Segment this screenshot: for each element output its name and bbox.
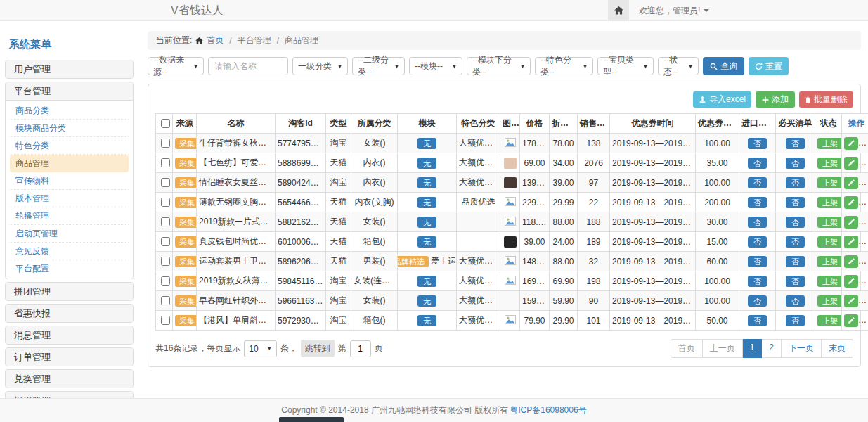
name-input[interactable] bbox=[208, 57, 288, 75]
status-button[interactable]: 上架 bbox=[817, 256, 842, 267]
select-item-type[interactable]: --宝贝类型--▼ bbox=[597, 57, 654, 75]
user-menu[interactable]: 欢迎您，管理员! bbox=[639, 5, 709, 17]
row-checkbox[interactable] bbox=[161, 217, 170, 226]
must-buy-badge[interactable]: 否 bbox=[786, 256, 805, 267]
icp-link[interactable]: 粤ICP备16098006号 bbox=[510, 404, 586, 416]
row-checkbox[interactable] bbox=[161, 276, 170, 286]
status-button[interactable]: 上架 bbox=[817, 177, 842, 188]
sidebar-item[interactable]: 商品管理 bbox=[10, 155, 129, 172]
sidebar-item[interactable]: 商品分类 bbox=[10, 102, 129, 120]
must-buy-badge[interactable]: 否 bbox=[786, 276, 805, 287]
select-feature-category[interactable]: --特色分类--▼ bbox=[535, 57, 593, 75]
module-badge[interactable]: 无 bbox=[417, 177, 436, 188]
status-button[interactable]: 上架 bbox=[817, 138, 842, 149]
page-button[interactable]: 下一页 bbox=[782, 339, 822, 358]
sidebar-group-header[interactable]: 消息管理 bbox=[6, 326, 133, 344]
sidebar-item[interactable]: 模块商品分类 bbox=[10, 120, 129, 137]
import-select-badge[interactable]: 否 bbox=[748, 315, 767, 326]
add-button[interactable]: 添加 bbox=[756, 91, 795, 108]
must-buy-badge[interactable]: 否 bbox=[786, 177, 805, 188]
must-buy-badge[interactable]: 否 bbox=[786, 138, 805, 149]
select-level2-category[interactable]: --二级分类--▼ bbox=[352, 57, 405, 75]
select-status[interactable]: --状态--▼ bbox=[658, 57, 699, 75]
row-checkbox[interactable] bbox=[161, 296, 170, 305]
select-module[interactable]: --模块--▼ bbox=[409, 57, 462, 75]
must-buy-badge[interactable]: 否 bbox=[786, 295, 805, 307]
row-checkbox[interactable] bbox=[161, 237, 170, 246]
must-buy-badge[interactable]: 否 bbox=[786, 217, 805, 228]
sidebar-group-header[interactable]: 平台管理 bbox=[6, 82, 133, 100]
module-badge[interactable]: 无 bbox=[417, 158, 436, 169]
edit-button[interactable] bbox=[844, 295, 858, 307]
row-checkbox[interactable] bbox=[161, 316, 170, 325]
per-page-select[interactable]: 10 ▼ bbox=[244, 340, 276, 357]
module-badge[interactable]: 无 bbox=[417, 295, 436, 307]
sidebar-item[interactable]: 平台配置 bbox=[10, 260, 129, 277]
sidebar-group-header[interactable]: 订单管理 bbox=[6, 348, 133, 366]
import-select-badge[interactable]: 否 bbox=[748, 197, 767, 208]
import-select-badge[interactable]: 否 bbox=[748, 236, 767, 248]
edit-button[interactable] bbox=[844, 157, 858, 170]
sidebar-group-header[interactable]: 用户管理 bbox=[6, 60, 133, 78]
import-select-badge[interactable]: 否 bbox=[748, 295, 767, 307]
must-buy-badge[interactable]: 否 bbox=[786, 236, 805, 248]
sidebar-item[interactable]: 版本管理 bbox=[10, 190, 129, 207]
select-level1-category[interactable]: 一级分类▼ bbox=[292, 57, 348, 75]
sidebar-item[interactable]: 轮播管理 bbox=[10, 207, 129, 225]
module-badge[interactable]: 无 bbox=[417, 217, 436, 228]
must-buy-badge[interactable]: 否 bbox=[786, 197, 805, 208]
module-badge[interactable]: 无 bbox=[417, 138, 436, 149]
module-badge[interactable]: 无 bbox=[417, 315, 436, 326]
sidebar-item[interactable]: 启动页管理 bbox=[10, 225, 129, 243]
edit-button[interactable] bbox=[844, 236, 858, 248]
row-checkbox[interactable] bbox=[161, 257, 170, 266]
status-button[interactable]: 上架 bbox=[817, 236, 842, 248]
status-button[interactable]: 上架 bbox=[817, 315, 842, 326]
module-badge[interactable]: 无 bbox=[417, 236, 436, 248]
import-select-badge[interactable]: 否 bbox=[748, 158, 767, 169]
import-select-badge[interactable]: 否 bbox=[748, 177, 767, 188]
edit-button[interactable] bbox=[844, 196, 858, 209]
status-button[interactable]: 上架 bbox=[817, 276, 842, 287]
import-select-badge[interactable]: 否 bbox=[748, 256, 767, 267]
row-checkbox[interactable] bbox=[161, 139, 170, 148]
edit-button[interactable] bbox=[844, 137, 858, 150]
edit-button[interactable] bbox=[844, 216, 858, 229]
jump-button[interactable]: 跳转到 bbox=[301, 340, 335, 357]
batch-delete-button[interactable]: 批量删除 bbox=[799, 91, 853, 108]
sidebar-item[interactable]: 特色分类 bbox=[10, 137, 129, 155]
breadcrumb-home-link[interactable]: 首页 bbox=[207, 34, 224, 46]
edit-button[interactable] bbox=[844, 275, 858, 288]
page-button[interactable]: 1 bbox=[743, 339, 763, 358]
import-excel-button[interactable]: 导入excel bbox=[693, 91, 751, 108]
row-checkbox[interactable] bbox=[161, 158, 170, 167]
sidebar-group-header[interactable]: 兑换管理 bbox=[6, 370, 133, 388]
must-buy-badge[interactable]: 否 bbox=[786, 315, 805, 326]
sidebar-item[interactable]: 宣传物料 bbox=[10, 172, 129, 190]
status-button[interactable]: 上架 bbox=[817, 158, 842, 169]
status-button[interactable]: 上架 bbox=[817, 197, 842, 208]
import-select-badge[interactable]: 否 bbox=[748, 138, 767, 149]
edit-button[interactable] bbox=[844, 177, 858, 189]
edit-button[interactable] bbox=[844, 314, 858, 327]
reset-button[interactable]: 重置 bbox=[749, 57, 789, 75]
page-number-input[interactable] bbox=[350, 340, 371, 357]
edit-button[interactable] bbox=[844, 255, 858, 268]
select-data-source[interactable]: --数据来源--▼ bbox=[148, 57, 204, 75]
page-button[interactable]: 末页 bbox=[822, 339, 853, 358]
row-checkbox[interactable] bbox=[161, 178, 170, 187]
must-buy-badge[interactable]: 否 bbox=[786, 158, 805, 169]
select-module-subcategory[interactable]: --模块下分类--▼ bbox=[467, 57, 531, 75]
search-button[interactable]: 查询 bbox=[703, 57, 744, 75]
sidebar-item[interactable]: 意见反馈 bbox=[10, 243, 129, 260]
import-select-badge[interactable]: 否 bbox=[748, 217, 767, 228]
sidebar-group-header[interactable]: 省惠快报 bbox=[6, 305, 133, 322]
status-button[interactable]: 上架 bbox=[817, 295, 842, 307]
module-badge[interactable]: 无 bbox=[417, 276, 436, 287]
module-badge[interactable]: 无 bbox=[417, 197, 436, 208]
page-button[interactable]: 2 bbox=[762, 339, 782, 358]
select-all-checkbox[interactable] bbox=[161, 119, 170, 128]
sidebar-group-header[interactable]: 拼团管理 bbox=[6, 283, 133, 300]
row-checkbox[interactable] bbox=[161, 198, 170, 207]
home-button[interactable] bbox=[608, 0, 629, 21]
